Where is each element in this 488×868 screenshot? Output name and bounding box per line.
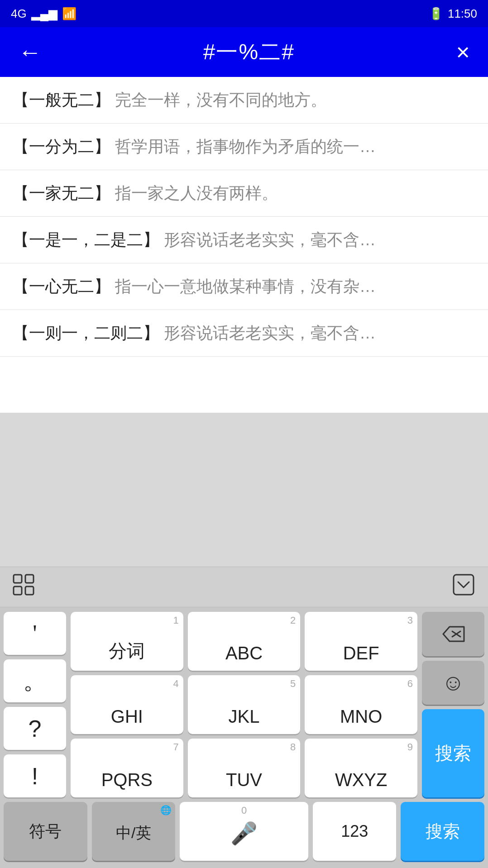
idiom-key-1: 【一般无二】 (13, 91, 110, 109)
idiom-key-6: 【一则一，二则二】 (13, 324, 159, 342)
idiom-key-3: 【一家无二】 (13, 184, 110, 202)
symbol-key[interactable]: 符号 (4, 802, 87, 861)
status-bar: 4G ▂▄▆ 📶 🔋 11:50 (0, 0, 488, 27)
battery-icon: 🔋 (429, 7, 443, 21)
idiom-def-6: 形容说话老老实实，毫不含… (164, 324, 376, 342)
keyboard-main-grid: ' 。 ? ! 1 分词 2 ABC 3 (4, 612, 484, 797)
idiom-def-5: 指一心一意地做某种事情，没有杂… (115, 277, 376, 296)
result-item-5[interactable]: 【一心无二】 指一心一意地做某种事情，没有杂… (0, 263, 488, 310)
idiom-def-3: 指一家之人没有两样。 (115, 184, 278, 202)
keyboard-section: ' 。 ? ! 1 分词 2 ABC 3 (0, 607, 488, 868)
result-item-1[interactable]: 【一般无二】 完全一样，没有不同的地方。 (0, 77, 488, 124)
keyboard-toolbar (0, 567, 488, 607)
key-row-3: 7 PQRS 8 TUV 9 WXYZ (71, 739, 417, 797)
key-6-mno[interactable]: 6 MNO (305, 675, 417, 734)
back-button[interactable]: ← (18, 40, 42, 64)
delete-key[interactable] (422, 612, 484, 656)
key-0-mic[interactable]: 0 🎤 (180, 802, 308, 861)
result-item-2[interactable]: 【一分为二】 哲学用语，指事物作为矛盾的统一… (0, 124, 488, 170)
key-123[interactable]: 123 (313, 802, 397, 861)
wifi-icon: 📶 (62, 7, 77, 21)
svg-rect-1 (25, 575, 33, 583)
svg-rect-4 (454, 575, 474, 595)
status-right: 🔋 11:50 (429, 7, 477, 21)
idiom-def-4: 形容说话老老实实，毫不含… (164, 230, 376, 249)
key-8-tuv[interactable]: 8 TUV (188, 739, 301, 797)
signal-icon: 4G (11, 7, 27, 21)
time-display: 11:50 (448, 7, 477, 21)
idiom-key-5: 【一心无二】 (13, 277, 110, 296)
search-key-right[interactable]: 搜索 (422, 709, 484, 797)
key-row-1: 1 分词 2 ABC 3 DEF (71, 612, 417, 671)
idiom-def-2: 哲学用语，指事物作为矛盾的统一… (115, 137, 376, 156)
key-7-pqrs[interactable]: 7 PQRS (71, 739, 183, 797)
idiom-key-2: 【一分为二】 (13, 137, 110, 156)
collapse-keyboard-icon[interactable] (448, 569, 479, 605)
bottom-key-row: 符号 🌐 中/英 0 🎤 123 搜索 (4, 802, 484, 861)
lang-switch-key[interactable]: 🌐 中/英 (92, 802, 176, 861)
key-row-2: 4 GHI 5 JKL 6 MNO (71, 675, 417, 734)
key-5-jkl[interactable]: 5 JKL (188, 675, 301, 734)
result-item-3[interactable]: 【一家无二】 指一家之人没有两样。 (0, 170, 488, 217)
search-query-title: #一%二# (203, 38, 295, 67)
signal-bars: ▂▄▆ (31, 7, 57, 21)
emoji-key[interactable]: ☺ (422, 661, 484, 705)
key-9-wxyz[interactable]: 9 WXYZ (305, 739, 417, 797)
toolbar-right (448, 569, 479, 605)
punct-key-exclaim[interactable]: ! (4, 754, 66, 797)
action-column: ☺ 搜索 (422, 612, 484, 797)
grid-icon[interactable] (9, 570, 38, 604)
empty-content-area (0, 413, 488, 567)
punct-key-period[interactable]: 。 (4, 659, 66, 702)
svg-rect-0 (14, 575, 22, 583)
punct-key-question[interactable]: ? (4, 707, 66, 750)
svg-rect-2 (14, 587, 22, 595)
result-item-4[interactable]: 【一是一，二是二】 形容说话老老实实，毫不含… (0, 217, 488, 263)
keyboard-area: ' 。 ? ! 1 分词 2 ABC 3 (0, 567, 488, 868)
results-list: 【一般无二】 完全一样，没有不同的地方。 【一分为二】 哲学用语，指事物作为矛盾… (0, 77, 488, 413)
toolbar-left (9, 570, 38, 604)
idiom-def-1: 完全一样，没有不同的地方。 (115, 91, 327, 109)
key-4-ghi[interactable]: 4 GHI (71, 675, 183, 734)
search-button-bottom[interactable]: 搜索 (401, 802, 484, 861)
key-1-fenci[interactable]: 1 分词 (71, 612, 183, 671)
key-2-abc[interactable]: 2 ABC (188, 612, 301, 671)
status-left: 4G ▂▄▆ 📶 (11, 7, 77, 21)
svg-rect-3 (25, 587, 33, 595)
close-button[interactable]: × (456, 40, 470, 64)
app-bar: ← #一%二# × (0, 27, 488, 77)
punct-key-comma[interactable]: ' (4, 612, 66, 655)
main-key-area: 1 分词 2 ABC 3 DEF 4 GHI (71, 612, 417, 797)
idiom-key-4: 【一是一，二是二】 (13, 230, 159, 249)
svg-marker-5 (443, 627, 464, 641)
key-3-def[interactable]: 3 DEF (305, 612, 417, 671)
result-item-6[interactable]: 【一则一，二则二】 形容说话老老实实，毫不含… (0, 310, 488, 357)
punctuation-column: ' 。 ? ! (4, 612, 66, 797)
